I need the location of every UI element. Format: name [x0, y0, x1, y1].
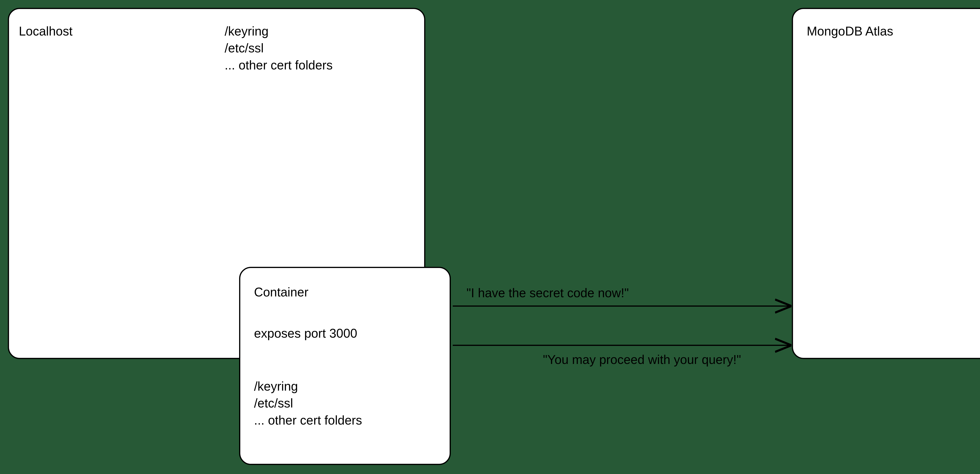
connection-arrows — [0, 0, 980, 474]
arrow-request-label: "I have the secret code now!" — [466, 284, 629, 302]
arrow-response-label: "You may proceed with your query!" — [543, 351, 741, 368]
diagram-stage: Localhost /keyring /etc/ssl ... other ce… — [0, 0, 980, 474]
